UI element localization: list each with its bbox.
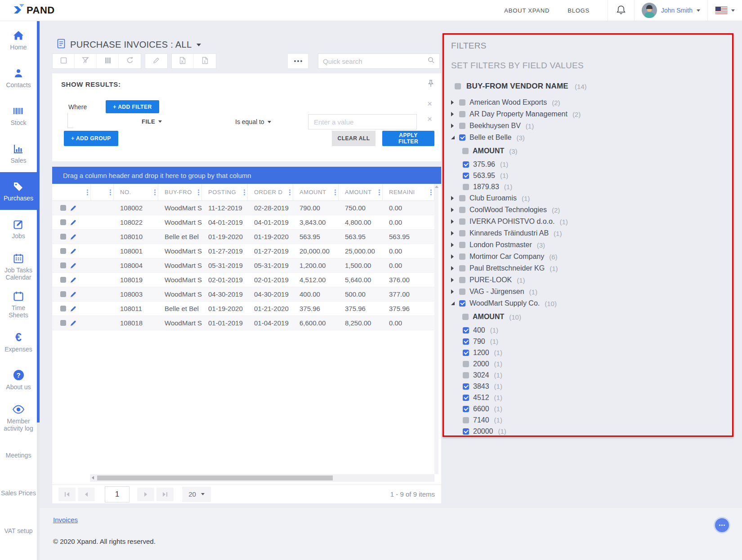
vendor-filter-mortimor-car-company[interactable]: Mortimor Car Company(6) bbox=[451, 251, 732, 262]
sidebar-item-member-activity-log[interactable]: Member activity log bbox=[0, 399, 37, 436]
vendor-filter-beekhuysen-bv[interactable]: Beekhuysen BV(1) bbox=[451, 120, 732, 132]
expand-icon[interactable] bbox=[451, 289, 455, 294]
edit-row-icon[interactable] bbox=[70, 277, 76, 283]
table-row[interactable]: 108011Belle et Bel01-19-202001-21-202037… bbox=[52, 302, 434, 316]
vendor-checkbox[interactable] bbox=[459, 195, 465, 201]
nav-link-about-xpand[interactable]: ABOUT XPAND bbox=[504, 7, 550, 14]
apply-filter-button[interactable]: APPLY FILTER bbox=[382, 131, 434, 146]
sidebar-item-purchases[interactable]: Purchases bbox=[0, 172, 37, 210]
table-row[interactable]: 108001WoodMart S01-27-201901-27-201920,0… bbox=[52, 244, 434, 258]
vendor-name-field-group[interactable]: BUY-FROM VENDOR NAME (14) bbox=[451, 81, 732, 91]
sidebar-item-sales-prices[interactable]: Sales Prices bbox=[0, 474, 37, 512]
quick-search-input[interactable] bbox=[323, 58, 428, 65]
sidebar-item-stock[interactable]: Stock bbox=[0, 97, 37, 134]
value-filter-20000[interactable]: 20000(1) bbox=[463, 426, 732, 437]
column-menu-icon[interactable] bbox=[198, 188, 199, 196]
edit-row-icon[interactable] bbox=[70, 205, 76, 211]
xpand-logo[interactable]: PAND bbox=[13, 3, 55, 18]
row-checkbox[interactable] bbox=[60, 234, 66, 240]
expand-icon[interactable] bbox=[451, 254, 455, 259]
value-checkbox[interactable] bbox=[463, 428, 469, 435]
sidebar-item-meetings[interactable]: Meetings bbox=[0, 436, 37, 474]
edit-row-icon[interactable] bbox=[70, 219, 76, 226]
value-checkbox[interactable] bbox=[463, 395, 469, 401]
column-header-remaini-8[interactable]: REMAINI bbox=[383, 184, 434, 200]
sidebar-item-job-tasks-calendar[interactable]: Job Tasks Calendar bbox=[0, 248, 37, 285]
nav-link-blogs[interactable]: BLOGS bbox=[568, 7, 590, 14]
column-menu-icon[interactable] bbox=[244, 188, 245, 196]
amount-group-belle-et-belle[interactable]: AMOUNT(3) bbox=[462, 145, 732, 157]
horizontal-scrollbar-thumb[interactable] bbox=[97, 476, 333, 480]
table-row[interactable]: 108010Belle et Bel01-19-202001-19-202056… bbox=[52, 230, 434, 244]
horizontal-scrollbar-track[interactable] bbox=[90, 474, 434, 482]
first-page-button[interactable] bbox=[58, 488, 76, 501]
vendor-filter-ar-day-property-management[interactable]: AR Day Property Management(2) bbox=[451, 108, 732, 120]
value-checkbox[interactable] bbox=[463, 173, 469, 179]
sidebar-item-time-sheets[interactable]: Time Sheets bbox=[0, 285, 37, 323]
table-row[interactable]: 108018WoodMart S01-01-201901-04-20196,60… bbox=[52, 316, 434, 330]
column-menu-icon[interactable] bbox=[430, 188, 432, 196]
value-checkbox[interactable] bbox=[463, 327, 469, 333]
sidebar-item-jobs[interactable]: Jobs bbox=[0, 210, 37, 248]
row-checkbox[interactable] bbox=[60, 219, 66, 225]
vendor-checkbox[interactable] bbox=[459, 123, 465, 129]
vendor-checkbox[interactable] bbox=[459, 218, 465, 225]
vendor-filter-kinnareds-tr-industri-ab[interactable]: Kinnareds Träindustri AB(1) bbox=[451, 227, 732, 239]
add-group-button[interactable]: + ADD GROUP bbox=[64, 131, 118, 146]
vendor-checkbox[interactable] bbox=[459, 242, 465, 248]
edit-row-icon[interactable] bbox=[70, 248, 76, 254]
vertical-scrollbar[interactable] bbox=[434, 184, 438, 474]
next-page-button[interactable] bbox=[137, 488, 154, 501]
sidebar-item-about-us[interactable]: ?About us bbox=[0, 361, 37, 399]
vendor-checkbox[interactable] bbox=[459, 207, 465, 213]
value-filter-6600[interactable]: 6600(1) bbox=[463, 403, 732, 414]
row-checkbox[interactable] bbox=[60, 205, 66, 211]
expand-icon[interactable] bbox=[451, 266, 455, 271]
sidebar-item-sales[interactable]: Sales bbox=[0, 134, 37, 172]
column-header-no-2[interactable]: NO. bbox=[114, 184, 158, 200]
value-filter-790[interactable]: 790(1) bbox=[463, 336, 732, 347]
table-row[interactable]: 108003WoodMart S04-30-201904-30-2019400.… bbox=[52, 287, 434, 302]
column-header-blank-1[interactable] bbox=[91, 184, 114, 200]
expand-icon[interactable] bbox=[451, 100, 455, 105]
table-row[interactable]: 108019WoodMart S02-01-201902-01-20194,51… bbox=[52, 273, 434, 287]
value-filter-1200[interactable]: 1200(1) bbox=[463, 347, 732, 358]
vendor-checkbox[interactable] bbox=[459, 134, 465, 141]
remove-filter-icon[interactable]: × bbox=[427, 115, 432, 123]
value-filter-375-96[interactable]: 375.96(1) bbox=[463, 159, 732, 170]
vendor-checkbox[interactable] bbox=[459, 99, 465, 106]
value-checkbox[interactable] bbox=[463, 161, 469, 168]
field-group-checkbox[interactable] bbox=[455, 83, 461, 89]
remove-group-icon[interactable]: × bbox=[427, 99, 432, 108]
sidebar-item-contacts[interactable]: Contacts bbox=[0, 59, 37, 97]
pin-icon[interactable] bbox=[428, 80, 434, 89]
column-header-buy-fro-3[interactable]: BUY-FRO bbox=[158, 184, 202, 200]
expand-icon[interactable] bbox=[451, 219, 455, 224]
vendor-checkbox[interactable] bbox=[459, 111, 465, 117]
collapse-icon[interactable] bbox=[451, 136, 455, 139]
edit-row-icon[interactable] bbox=[70, 306, 76, 312]
row-checkbox[interactable] bbox=[60, 306, 66, 311]
amount-group-checkbox[interactable] bbox=[462, 314, 469, 320]
column-menu-icon[interactable] bbox=[154, 188, 156, 196]
value-checkbox[interactable] bbox=[463, 417, 469, 423]
vendor-filter-coolwood-technologies[interactable]: CoolWood Technologies(2) bbox=[451, 204, 732, 216]
scroll-left-icon[interactable] bbox=[92, 476, 94, 480]
table-row[interactable]: 108004WoodMart S05-31-201905-31-20191,20… bbox=[52, 258, 434, 273]
value-checkbox[interactable] bbox=[463, 406, 469, 412]
value-filter-3024[interactable]: 3024(1) bbox=[463, 369, 732, 381]
vendor-filter-london-postmaster[interactable]: London Postmaster(3) bbox=[451, 239, 732, 251]
value-filter-400[interactable]: 400(1) bbox=[463, 324, 732, 336]
expand-icon[interactable] bbox=[451, 196, 455, 200]
operator-dropdown[interactable]: Is equal to bbox=[235, 118, 271, 125]
columns-button[interactable] bbox=[97, 54, 119, 68]
column-header-amount-7[interactable]: AMOUNT bbox=[339, 184, 383, 200]
expand-icon[interactable] bbox=[451, 231, 455, 236]
value-filter-7140[interactable]: 7140(1) bbox=[463, 414, 732, 426]
value-filter-4512[interactable]: 4512(1) bbox=[463, 392, 732, 403]
field-dropdown[interactable]: FILE bbox=[142, 118, 162, 125]
more-options-button[interactable] bbox=[287, 53, 308, 69]
language-selector[interactable] bbox=[708, 0, 742, 21]
expand-icon[interactable] bbox=[451, 208, 455, 212]
column-header-blank-0[interactable] bbox=[52, 184, 91, 200]
